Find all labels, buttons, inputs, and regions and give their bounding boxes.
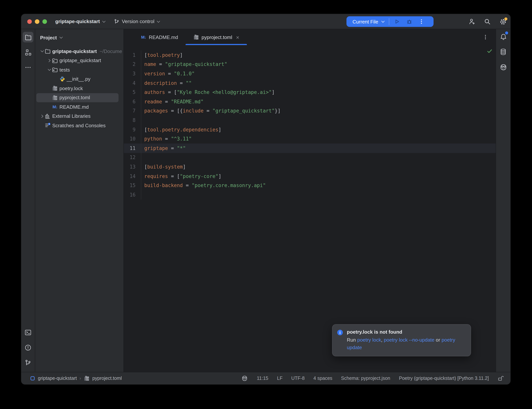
- code-line-6: 6readme = "README.md": [124, 97, 496, 106]
- line-number[interactable]: 11: [124, 145, 140, 151]
- project-panel-header[interactable]: Project: [35, 29, 123, 46]
- project-selector[interactable]: griptape-quickstart: [55, 19, 104, 24]
- toml-icon: [T]: [84, 375, 90, 381]
- add-user-button[interactable]: [467, 17, 476, 26]
- chevron-right-icon[interactable]: [46, 59, 52, 62]
- line-number[interactable]: 10: [124, 136, 140, 142]
- tab-list-more-button[interactable]: [483, 29, 488, 45]
- code-line-11: 11griptape = "*": [124, 144, 496, 153]
- code-line-text: [141, 190, 144, 199]
- project-tool-button[interactable]: [23, 32, 33, 42]
- link-poetry-lock[interactable]: poetry lock: [357, 337, 381, 343]
- line-number[interactable]: 16: [124, 192, 140, 197]
- code-line-text: version = "0.1.0": [141, 69, 195, 78]
- line-number[interactable]: 1: [124, 52, 140, 58]
- zoom-window-button[interactable]: [42, 19, 47, 24]
- line-number[interactable]: 7: [124, 108, 140, 114]
- tree-item-tests[interactable]: tests: [35, 65, 123, 74]
- database-tool-button[interactable]: [498, 46, 509, 57]
- traffic-lights: [27, 19, 47, 24]
- code-line-3: 3version = "0.1.0": [124, 69, 496, 78]
- tree-item-poetry-lock[interactable]: [T]poetry.lock: [35, 84, 123, 93]
- chevron-right-icon[interactable]: [39, 115, 45, 117]
- search-everywhere-button[interactable]: [483, 17, 492, 26]
- svg-text:[T]: [T]: [55, 97, 58, 100]
- code-line-8: 8: [124, 115, 496, 125]
- branch-icon: [114, 18, 120, 24]
- debug-button[interactable]: [405, 18, 413, 25]
- tab-readme-md[interactable]: M↓README.md: [133, 29, 186, 45]
- problems-tool-button[interactable]: [23, 342, 33, 353]
- run-config-label: Current File: [353, 19, 378, 24]
- breadcrumb-item-griptape-quickstart[interactable]: griptape-quickstart: [30, 376, 77, 381]
- ai-assistant-icon: [499, 63, 507, 71]
- project-panel: Project griptape-quickstart~/Documegript…: [35, 29, 124, 372]
- code-line-text: [build-system]: [141, 162, 186, 171]
- python-interpreter[interactable]: Poetry (griptape-quickstart) [Python 3.1…: [399, 376, 489, 381]
- tree-item-readme-md[interactable]: M↓README.md: [35, 102, 123, 112]
- code-line-text: [141, 115, 144, 125]
- chevron-down-icon: [157, 19, 160, 23]
- run-widget: Current File: [347, 16, 433, 27]
- line-number[interactable]: 5: [124, 89, 140, 95]
- notifications-tool-button[interactable]: [498, 31, 509, 42]
- line-number[interactable]: 4: [124, 80, 140, 86]
- line-number[interactable]: 13: [124, 164, 140, 170]
- version-control-tool-button[interactable]: [23, 357, 33, 368]
- ai-assistant-tool-button[interactable]: [498, 62, 509, 72]
- more-tool-windows-button[interactable]: [23, 62, 33, 73]
- code-line-10: 10python = "^3.11": [124, 134, 496, 144]
- line-number[interactable]: 3: [124, 71, 140, 76]
- info-icon: [337, 329, 343, 352]
- chevron-down-icon[interactable]: [46, 69, 52, 71]
- tree-item-griptape-quickstart[interactable]: griptape_quickstart: [35, 56, 123, 65]
- more-vertical-icon: [419, 19, 424, 25]
- terminal-tool-button[interactable]: [23, 327, 33, 338]
- structure-tool-button[interactable]: [23, 47, 33, 57]
- caret-position[interactable]: 11:15: [257, 376, 268, 381]
- tree-item-scratches-and-consoles[interactable]: Scratches and Consoles: [35, 121, 123, 130]
- breadcrumb-label: pyproject.toml: [92, 376, 122, 381]
- vcs-selector[interactable]: Version control: [114, 18, 159, 24]
- tree-item-pyproject-toml[interactable]: [T]pyproject.toml: [35, 93, 123, 102]
- copilot-status-icon[interactable]: [241, 375, 248, 382]
- indent-style[interactable]: 4 spaces: [313, 376, 332, 381]
- tab-pyproject-toml[interactable]: [T]pyproject.toml×: [186, 29, 247, 45]
- line-separator[interactable]: LF: [277, 376, 283, 381]
- code-line-12: 12: [124, 153, 496, 162]
- settings-button[interactable]: [498, 17, 507, 26]
- chevron-down-icon: [102, 19, 105, 23]
- tree-item-griptape-quickstart[interactable]: griptape-quickstart~/Docume: [35, 46, 123, 56]
- close-window-button[interactable]: [27, 19, 32, 24]
- code-line-text: python = "^3.11": [141, 134, 192, 144]
- editor-tab-bar: M↓README.md[T]pyproject.toml×: [124, 29, 496, 45]
- tree-item-init-py[interactable]: __init__.py: [35, 74, 123, 84]
- line-number[interactable]: 8: [124, 117, 140, 123]
- json-schema[interactable]: Schema: pyproject.json: [341, 376, 390, 381]
- code-line-13: 13[build-system]: [124, 162, 496, 171]
- libraries-icon: [45, 113, 51, 119]
- breadcrumb-item-pyproject-toml[interactable]: [T]pyproject.toml: [84, 375, 122, 381]
- toml-icon: [T]: [52, 95, 58, 101]
- line-number[interactable]: 9: [124, 127, 140, 132]
- run-config-selector[interactable]: Current File: [353, 19, 384, 24]
- line-number[interactable]: 15: [124, 183, 140, 188]
- line-number[interactable]: 14: [124, 173, 140, 179]
- minimize-window-button[interactable]: [35, 19, 39, 24]
- line-number[interactable]: 6: [124, 99, 140, 104]
- link-poetry-lock-no-update[interactable]: poetry lock --no-update: [384, 337, 434, 343]
- line-number[interactable]: 2: [124, 62, 140, 67]
- chevron-down-icon[interactable]: [39, 50, 45, 52]
- code-editor[interactable]: 1[tool.poetry]2name = "griptape-quicksta…: [124, 45, 496, 372]
- run-more-button[interactable]: [419, 19, 424, 25]
- line-number[interactable]: 12: [124, 155, 140, 160]
- code-line-text: griptape = "*": [141, 144, 186, 153]
- run-button[interactable]: [393, 18, 401, 25]
- tree-item-external-libraries[interactable]: External Libraries: [35, 112, 123, 121]
- write-access-lock[interactable]: [497, 375, 504, 381]
- close-tab-icon[interactable]: ×: [236, 34, 239, 40]
- tree-item-label: Scratches and Consoles: [52, 123, 106, 128]
- code-line-14: 14requires = ["poetry-core"]: [124, 171, 496, 181]
- divider: [389, 18, 389, 25]
- file-encoding[interactable]: UTF-8: [291, 376, 305, 381]
